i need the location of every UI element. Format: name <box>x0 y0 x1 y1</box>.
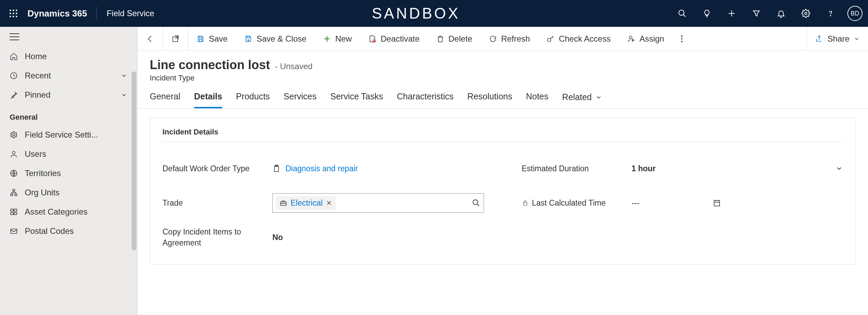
lock-icon <box>522 199 529 206</box>
field-label: Last Calculated Time <box>522 197 625 208</box>
assign-button[interactable]: Assign <box>619 27 673 51</box>
svg-point-46 <box>473 200 478 205</box>
search-icon[interactable] <box>678 9 687 18</box>
chevron-down-icon[interactable] <box>835 165 843 172</box>
nav-recent[interactable]: Recent <box>0 66 137 85</box>
globe-icon <box>10 169 18 177</box>
nav-section-header: General <box>0 105 137 125</box>
clock-icon <box>10 72 18 80</box>
nav-home[interactable]: Home <box>0 47 137 66</box>
plus-icon[interactable] <box>727 9 736 18</box>
svg-rect-22 <box>13 189 15 191</box>
record-header: Line connection lost - Unsaved Incident … <box>137 51 868 83</box>
field-trade: Trade Electrical <box>162 190 484 216</box>
field-value[interactable]: No <box>272 233 484 242</box>
nav-org-units[interactable]: Org Units <box>0 183 137 202</box>
field-value[interactable]: 1 hour <box>632 164 843 173</box>
bell-icon[interactable] <box>777 9 786 18</box>
nav-pinned[interactable]: Pinned <box>0 85 137 105</box>
chevron-down-icon <box>121 72 127 79</box>
svg-point-41 <box>681 38 683 40</box>
tab-related[interactable]: Related <box>562 91 602 108</box>
svg-rect-7 <box>13 16 14 17</box>
tab-services[interactable]: Services <box>284 91 317 108</box>
record-unsaved-label: - Unsaved <box>275 62 312 71</box>
help-icon[interactable] <box>826 9 835 18</box>
field-default-wo-type: Default Work Order Type Diagnosis and re… <box>162 155 484 182</box>
svg-point-39 <box>629 36 632 39</box>
tab-characteristics[interactable]: Characteristics <box>397 91 453 108</box>
nav-label: Users <box>25 149 46 159</box>
sidebar-scrollbar[interactable] <box>132 72 136 250</box>
nav-asset-categories[interactable]: Asset Categories <box>0 202 137 221</box>
field-last-calculated-time: Last Calculated Time --- <box>522 190 843 216</box>
trade-lookup[interactable]: Electrical <box>272 193 484 213</box>
search-icon[interactable] <box>472 199 480 207</box>
svg-rect-31 <box>199 36 202 38</box>
nav-postal-codes[interactable]: Postal Codes <box>0 221 137 241</box>
nav-label: Pinned <box>25 90 50 100</box>
person-icon <box>10 150 18 158</box>
tab-resolutions[interactable]: Resolutions <box>467 91 512 108</box>
user-avatar[interactable]: BD <box>847 6 863 21</box>
svg-point-19 <box>13 134 15 136</box>
share-button[interactable]: Share <box>807 27 868 51</box>
chip-label: Electrical <box>291 198 323 208</box>
clipboard-icon <box>272 164 281 173</box>
open-new-window-button[interactable] <box>163 27 188 51</box>
tab-general[interactable]: General <box>150 91 180 108</box>
svg-rect-3 <box>10 13 11 14</box>
field-label: Default Work Order Type <box>162 163 266 174</box>
close-icon[interactable] <box>326 200 332 206</box>
calendar-icon[interactable] <box>713 199 721 207</box>
command-bar: Save Save & Close New Deactivate Delete … <box>137 27 868 51</box>
lookup-chip[interactable]: Electrical <box>276 196 336 210</box>
home-icon <box>10 52 18 61</box>
brand-label[interactable]: Dynamics 365 <box>27 8 87 19</box>
svg-rect-6 <box>10 16 11 17</box>
card-title: Incident Details <box>162 128 843 137</box>
card-divider <box>162 141 843 142</box>
gear-icon[interactable] <box>801 9 810 18</box>
app-name[interactable]: Field Service <box>106 9 154 18</box>
toolbox-icon <box>280 199 287 207</box>
nav-label: Postal Codes <box>25 226 74 236</box>
lookup-link[interactable]: Diagnosis and repair <box>285 164 358 173</box>
field-estimated-duration: Estimated Duration 1 hour <box>522 155 843 182</box>
save-icon <box>196 35 205 43</box>
back-button[interactable] <box>137 27 163 51</box>
svg-rect-29 <box>11 229 17 233</box>
svg-point-42 <box>681 41 683 42</box>
tab-products[interactable]: Products <box>236 91 270 108</box>
global-top-bar: Dynamics 365 Field Service SANDBOX BD <box>0 0 868 27</box>
save-button[interactable]: Save <box>188 27 236 51</box>
field-value[interactable]: Diagnosis and repair <box>272 164 484 173</box>
filter-icon[interactable] <box>752 9 761 18</box>
check-access-button[interactable]: Check Access <box>538 27 619 51</box>
nav-users[interactable]: Users <box>0 144 137 164</box>
svg-rect-8 <box>16 16 17 17</box>
nav-label: Field Service Setti... <box>25 130 98 140</box>
tab-notes[interactable]: Notes <box>526 91 548 108</box>
delete-button[interactable]: Delete <box>428 27 481 51</box>
overflow-button[interactable] <box>673 27 691 51</box>
nav-territories[interactable]: Territories <box>0 164 137 183</box>
tab-details[interactable]: Details <box>194 91 222 108</box>
refresh-button[interactable]: Refresh <box>481 27 538 51</box>
svg-rect-4 <box>13 13 14 14</box>
deactivate-button[interactable]: Deactivate <box>360 27 428 51</box>
mail-icon <box>10 227 18 235</box>
save-close-button[interactable]: Save & Close <box>236 27 315 51</box>
hamburger-icon[interactable] <box>0 27 137 47</box>
cmd-label: Check Access <box>559 34 611 44</box>
cmd-label: Refresh <box>501 34 530 44</box>
tab-label: Related <box>562 92 592 102</box>
gear-icon <box>10 131 18 139</box>
sidebar: Home Recent Pinned General Field Service… <box>0 27 137 315</box>
tab-service-tasks[interactable]: Service Tasks <box>330 91 383 108</box>
lightbulb-icon[interactable] <box>702 9 711 18</box>
new-button[interactable]: New <box>315 27 360 51</box>
nav-label: Org Units <box>25 188 59 197</box>
app-launcher-icon[interactable] <box>5 6 21 21</box>
nav-field-service-settings[interactable]: Field Service Setti... <box>0 125 137 144</box>
